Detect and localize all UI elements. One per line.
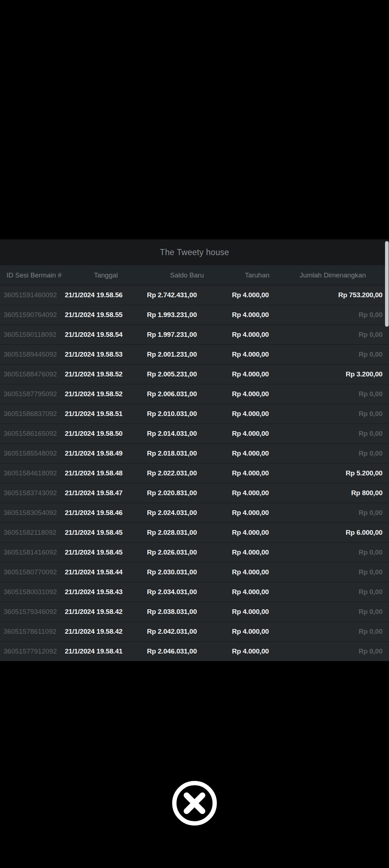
- cell-session-id: 36051589445092: [0, 351, 65, 358]
- game-screen: The Tweety house ID Sesi Bermain # Tangg…: [0, 0, 389, 868]
- table-row: 36051591460092 21/1/2024 19.58.56 Rp 2.7…: [0, 285, 389, 305]
- cell-session-id: 36051585548092: [0, 449, 65, 457]
- cell-date: 21/1/2024 19.58.48: [65, 469, 147, 477]
- cell-session-id: 36051582118092: [0, 529, 65, 537]
- cell-amount-won: Rp 0,00: [287, 647, 389, 655]
- cell-bet: Rp 4.000,00: [227, 331, 287, 339]
- cell-new-balance: Rp 2.024.031,00: [147, 509, 227, 517]
- cell-session-id: 36051586837092: [0, 410, 65, 418]
- cell-bet: Rp 4.000,00: [227, 410, 287, 418]
- cell-amount-won: Rp 0,00: [287, 628, 389, 636]
- cell-amount-won: Rp 800,00: [287, 489, 389, 497]
- header-new-balance: Saldo Baru: [147, 271, 227, 279]
- cell-new-balance: Rp 2.742.431,00: [147, 291, 227, 299]
- cell-session-id: 36051580770092: [0, 568, 65, 576]
- cell-session-id: 36051590764092: [0, 311, 65, 319]
- cell-session-id: 36051580031092: [0, 588, 65, 596]
- modal-title: The Tweety house: [160, 248, 229, 257]
- cell-new-balance: Rp 2.010.031,00: [147, 410, 227, 418]
- cell-new-balance: Rp 2.028.031,00: [147, 529, 227, 537]
- cell-date: 21/1/2024 19.58.56: [65, 291, 147, 299]
- cell-bet: Rp 4.000,00: [227, 469, 287, 477]
- table-row: 36051588476092 21/1/2024 19.58.52 Rp 2.0…: [0, 364, 389, 384]
- table-row: 36051578611092 21/1/2024 19.58.42 Rp 2.0…: [0, 621, 389, 641]
- table-row: 36051584618092 21/1/2024 19.58.48 Rp 2.0…: [0, 463, 389, 483]
- cell-new-balance: Rp 2.014.031,00: [147, 430, 227, 438]
- table-row: 36051580770092 21/1/2024 19.58.44 Rp 2.0…: [0, 562, 389, 582]
- cell-date: 21/1/2024 19.58.52: [65, 390, 147, 398]
- cell-bet: Rp 4.000,00: [227, 628, 287, 636]
- cell-session-id: 36051584618092: [0, 469, 65, 477]
- cell-session-id: 36051587795092: [0, 390, 65, 398]
- cell-new-balance: Rp 2.046.031,00: [147, 647, 227, 655]
- cell-date: 21/1/2024 19.58.44: [65, 568, 147, 576]
- cell-new-balance: Rp 2.005.231,00: [147, 370, 227, 378]
- table-header-row: ID Sesi Bermain # Tanggal Saldo Baru Tar…: [0, 265, 389, 285]
- cell-date: 21/1/2024 19.58.53: [65, 351, 147, 358]
- cell-date: 21/1/2024 19.58.42: [65, 628, 147, 636]
- table-row: 36051590118092 21/1/2024 19.58.54 Rp 1.9…: [0, 325, 389, 344]
- x-circle-icon: [170, 779, 219, 828]
- cell-new-balance: Rp 2.030.031,00: [147, 568, 227, 576]
- table-row: 36051583054092 21/1/2024 19.58.46 Rp 2.0…: [0, 503, 389, 523]
- cell-amount-won: Rp 5.200,00: [287, 469, 389, 477]
- cell-session-id: 36051583054092: [0, 509, 65, 517]
- cell-new-balance: Rp 2.020.831,00: [147, 489, 227, 497]
- cell-amount-won: Rp 0,00: [287, 331, 389, 339]
- table-row: 36051582118092 21/1/2024 19.58.45 Rp 2.0…: [0, 523, 389, 542]
- table-row: 36051590764092 21/1/2024 19.58.55 Rp 1.9…: [0, 305, 389, 325]
- modal-title-bar: The Tweety house: [0, 239, 389, 265]
- table-row: 36051577912092 21/1/2024 19.58.41 Rp 2.0…: [0, 641, 389, 661]
- table-row: 36051586837092 21/1/2024 19.58.51 Rp 2.0…: [0, 404, 389, 424]
- cell-amount-won: Rp 0,00: [287, 311, 389, 319]
- cell-date: 21/1/2024 19.58.45: [65, 548, 147, 556]
- play-history-modal: The Tweety house ID Sesi Bermain # Tangg…: [0, 239, 389, 661]
- cell-new-balance: Rp 2.022.031,00: [147, 469, 227, 477]
- cell-amount-won: Rp 0,00: [287, 410, 389, 418]
- cell-bet: Rp 4.000,00: [227, 647, 287, 655]
- cell-session-id: 36051591460092: [0, 291, 65, 299]
- cell-amount-won: Rp 0,00: [287, 449, 389, 457]
- cell-session-id: 36051577912092: [0, 647, 65, 655]
- cell-bet: Rp 4.000,00: [227, 311, 287, 319]
- cell-session-id: 36051588476092: [0, 370, 65, 378]
- table-row: 36051581416092 21/1/2024 19.58.45 Rp 2.0…: [0, 542, 389, 562]
- header-bet: Taruhan: [227, 271, 287, 279]
- cell-session-id: 36051579346092: [0, 608, 65, 616]
- table-row: 36051585548092 21/1/2024 19.58.49 Rp 2.0…: [0, 443, 389, 463]
- header-amount-won: Jumlah Dimenangkan: [287, 271, 389, 279]
- cell-new-balance: Rp 2.026.031,00: [147, 548, 227, 556]
- cell-date: 21/1/2024 19.58.46: [65, 509, 147, 517]
- cell-amount-won: Rp 0,00: [287, 548, 389, 556]
- cell-amount-won: Rp 0,00: [287, 568, 389, 576]
- cell-date: 21/1/2024 19.58.50: [65, 430, 147, 438]
- table-row: 36051586165092 21/1/2024 19.58.50 Rp 2.0…: [0, 424, 389, 443]
- cell-amount-won: Rp 6.000,00: [287, 529, 389, 537]
- cell-bet: Rp 4.000,00: [227, 489, 287, 497]
- cell-date: 21/1/2024 19.58.55: [65, 311, 147, 319]
- cell-session-id: 36051586165092: [0, 430, 65, 438]
- cell-bet: Rp 4.000,00: [227, 449, 287, 457]
- header-date: Tanggal: [65, 271, 147, 279]
- cell-bet: Rp 4.000,00: [227, 608, 287, 616]
- cell-bet: Rp 4.000,00: [227, 291, 287, 299]
- table-row: 36051583743092 21/1/2024 19.58.47 Rp 2.0…: [0, 483, 389, 503]
- cell-date: 21/1/2024 19.58.47: [65, 489, 147, 497]
- cell-new-balance: Rp 2.034.031,00: [147, 588, 227, 596]
- table-row: 36051579346092 21/1/2024 19.58.42 Rp 2.0…: [0, 602, 389, 621]
- cell-amount-won: Rp 3.200,00: [287, 370, 389, 378]
- cell-session-id: 36051578611092: [0, 628, 65, 636]
- close-button[interactable]: [166, 774, 223, 832]
- cell-new-balance: Rp 1.997.231,00: [147, 331, 227, 339]
- cell-amount-won: Rp 0,00: [287, 588, 389, 596]
- cell-date: 21/1/2024 19.58.45: [65, 529, 147, 537]
- cell-new-balance: Rp 2.038.031,00: [147, 608, 227, 616]
- table-row: 36051589445092 21/1/2024 19.58.53 Rp 2.0…: [0, 344, 389, 364]
- table-row: 36051587795092 21/1/2024 19.58.52 Rp 2.0…: [0, 384, 389, 404]
- cell-date: 21/1/2024 19.58.51: [65, 410, 147, 418]
- scrollbar-thumb[interactable]: [385, 241, 389, 327]
- cell-new-balance: Rp 1.993.231,00: [147, 311, 227, 319]
- cell-new-balance: Rp 2.006.031,00: [147, 390, 227, 398]
- cell-new-balance: Rp 2.001.231,00: [147, 351, 227, 358]
- cell-amount-won: Rp 0,00: [287, 608, 389, 616]
